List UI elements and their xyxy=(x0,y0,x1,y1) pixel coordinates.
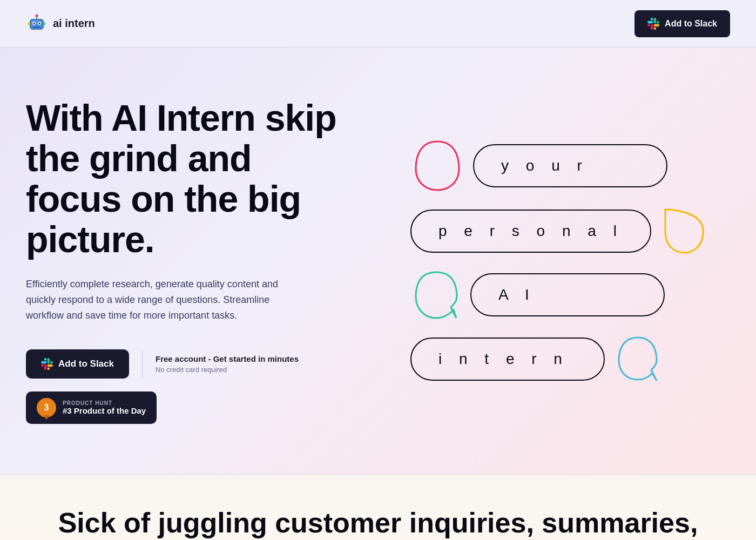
svg-point-4 xyxy=(39,22,40,24)
svg-point-3 xyxy=(33,22,35,24)
bubble-teal-shape xyxy=(410,267,462,323)
hero-left: With AI Intern skip the grind and focus … xyxy=(26,98,378,424)
bottom-section: Sick of juggling customer inquiries, sum… xyxy=(0,474,756,540)
bubble-yellow-shape xyxy=(660,204,708,258)
header: ai intern Add to Slack xyxy=(0,0,756,48)
word-pill-your: y o u r xyxy=(473,144,667,187)
word-row-ai: A I xyxy=(410,267,665,323)
word-pill-intern: i n t e r n xyxy=(410,338,605,381)
ph-rank: #3 Product of the Day xyxy=(63,406,146,415)
svg-rect-9 xyxy=(43,22,45,25)
svg-rect-8 xyxy=(28,22,30,25)
hero-subtitle: Efficiently complete research, generate … xyxy=(26,276,307,323)
ph-text: PRODUCT HUNT #3 Product of the Day xyxy=(63,400,146,415)
bottom-title: Sick of juggling customer inquiries, sum… xyxy=(26,507,730,540)
svg-rect-5 xyxy=(33,26,40,28)
word-intern: i n t e r n xyxy=(438,350,569,367)
hero-cta-label: Add to Slack xyxy=(58,359,114,369)
cta-divider xyxy=(142,351,143,377)
logo-icon xyxy=(26,13,48,35)
svg-point-7 xyxy=(36,14,38,17)
ph-number: 3 xyxy=(44,403,49,413)
word-pill-ai: A I xyxy=(470,273,665,316)
bubble-blue-shape xyxy=(613,332,662,386)
no-credit-text: No credit card required xyxy=(156,366,299,374)
logo-text: ai intern xyxy=(53,17,95,30)
hero-right: y o u r p e r s o n a l A I xyxy=(378,136,730,386)
cta-text-block: Free account - Get started in minutes No… xyxy=(156,354,299,374)
hero-section: With AI Intern skip the grind and focus … xyxy=(0,48,756,474)
slack-icon xyxy=(647,18,659,30)
header-add-to-slack-label: Add to Slack xyxy=(665,19,717,29)
free-account-text: Free account - Get started in minutes xyxy=(156,354,299,363)
hero-title: With AI Intern skip the grind and focus … xyxy=(26,98,346,259)
ph-medal: 3 xyxy=(37,398,56,417)
slack-icon-hero xyxy=(41,358,53,370)
hero-cta-row: Add to Slack Free account - Get started … xyxy=(26,349,346,379)
hero-add-to-slack-button[interactable]: Add to Slack xyxy=(26,349,129,379)
word-personal: p e r s o n a l xyxy=(438,222,623,239)
word-row-personal: p e r s o n a l xyxy=(410,204,708,258)
word-pill-personal: p e r s o n a l xyxy=(410,210,651,253)
word-row-your: y o u r xyxy=(410,136,667,195)
logo-area: ai intern xyxy=(26,13,95,35)
word-your: y o u r xyxy=(501,157,589,174)
word-row-intern: i n t e r n xyxy=(410,332,662,386)
ph-label: PRODUCT HUNT xyxy=(63,400,146,406)
product-hunt-badge[interactable]: 3 PRODUCT HUNT #3 Product of the Day xyxy=(26,392,157,424)
bubble-pink-shape xyxy=(410,136,464,195)
header-add-to-slack-button[interactable]: Add to Slack xyxy=(634,10,730,37)
word-ai: A I xyxy=(498,286,536,303)
